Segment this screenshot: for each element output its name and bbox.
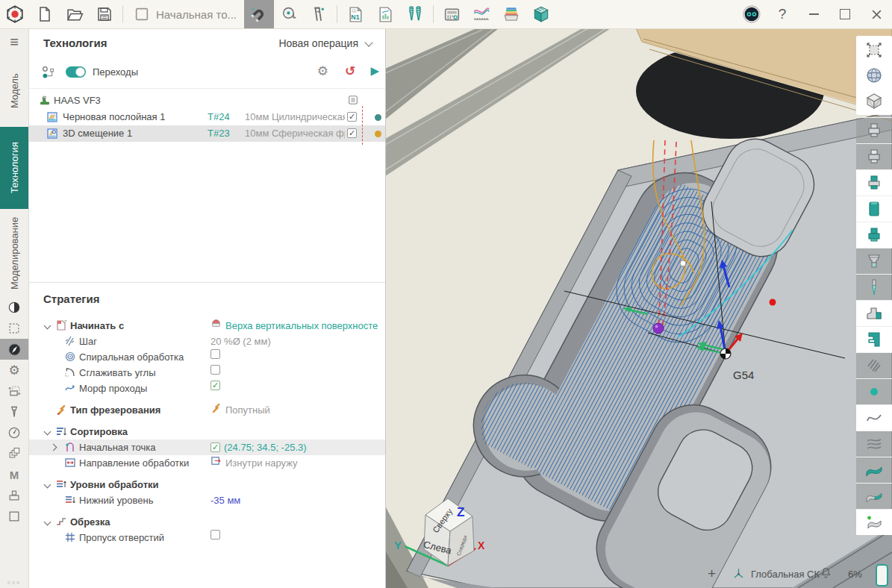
toolpath-hatch-button[interactable] [856,352,892,378]
tool-cylinder-button[interactable] [856,196,892,222]
transform-box-icon[interactable] [0,381,28,401]
curve-wave-button[interactable] [856,404,892,431]
point-dot-button[interactable] [856,378,892,404]
spiral-checkbox[interactable] [210,349,220,359]
operation-enabled-checkbox[interactable] [347,128,357,138]
step-value[interactable]: 20 %Ø (2 мм) [210,334,271,349]
document-tab[interactable]: Начальная то... [126,0,244,28]
add-wcs-icon[interactable]: + [708,566,716,582]
graphs-button[interactable] [467,0,496,28]
csys-label[interactable]: Глобальная СК [751,569,820,580]
operation-enabled-checkbox[interactable] [347,112,357,122]
collapse-caret-icon[interactable] [44,428,52,436]
navigator-compass-icon[interactable] [0,339,28,360]
recalculate-icon[interactable]: ↻ [345,63,355,79]
milling-type-value[interactable]: Попутный [225,402,270,418]
notifications-bell-icon[interactable] [820,566,832,581]
wcs-label: G54 [733,369,754,381]
collapse-caret-icon[interactable] [44,481,52,489]
collapse-caret-icon[interactable] [44,322,52,330]
save-project-button[interactable] [90,0,119,28]
operation-settings-icon[interactable]: ⚙ [317,63,328,79]
report-document-button[interactable] [370,0,400,28]
tool-taper-button[interactable] [856,248,892,274]
expand-caret-icon[interactable] [50,444,57,451]
press-setup-icon[interactable] [0,485,28,506]
magnet-snap-button[interactable] [244,0,274,28]
workpiece-circle-icon[interactable] [0,297,28,318]
maximize-button[interactable] [829,0,861,28]
tab-technology[interactable]: Технология [0,127,28,209]
morph-passes-checkbox[interactable] [210,381,220,390]
tool-drill-icon[interactable] [0,401,28,422]
group-levels[interactable]: Уровни обработки [28,477,385,492]
material-m-icon[interactable]: M [0,464,28,485]
tab-model[interactable]: Модель [0,55,28,127]
frame-square-icon[interactable] [0,506,28,527]
start-point-value[interactable]: (24.75; 34.5; -25.3) [224,440,307,455]
caliper-button[interactable] [304,0,334,28]
transitions-graph-icon[interactable] [40,64,57,83]
tool-holder-2-button[interactable] [856,143,892,169]
tool-library-button[interactable] [400,0,430,28]
viewport-3d[interactable]: G54 Сверху Слева Спереди Y Z X [385,28,892,588]
tree-operation-row-selected[interactable]: 3D смещение 1 T#23 10мм Сферическая фр [28,125,385,142]
param-lower-level[interactable]: Нижний уровень -35 мм [28,492,385,508]
material-box-button[interactable] [526,0,556,28]
tool-holder-teal-1-button[interactable] [856,169,892,196]
param-machining-direction[interactable]: Направление обработки Изнутри наружу [28,455,385,471]
run-simulation-icon[interactable]: ▶ [370,64,379,78]
param-morph-passes[interactable]: Морф проходы [28,381,385,396]
machine-head-button[interactable] [856,300,892,326]
machine-teal-button[interactable] [856,326,892,352]
measure-tape-button[interactable] [274,0,304,28]
new-operation-dropdown[interactable]: Новая операция [278,37,372,49]
direction-value[interactable]: Изнутри наружу [225,455,298,471]
param-start-from[interactable]: ? Начинать с Верха вертикальных поверхно… [28,318,385,334]
minimize-button[interactable] [798,0,829,28]
collapse-caret-icon[interactable] [44,519,52,526]
wireframe-view-button[interactable] [856,88,892,113]
param-step[interactable]: Шаг 20 %Ø (2 мм) [28,334,385,349]
calculator-button[interactable] [437,0,467,28]
group-trimming[interactable]: Обрезка [28,514,385,530]
coordinate-system-icon[interactable] [732,566,746,583]
transitions-toggle[interactable] [66,66,86,78]
drill-bit-button[interactable] [856,274,892,300]
waves-button[interactable] [856,431,892,457]
param-start-point[interactable]: Начальная точка (24.75; 34.5; -25.3) [28,440,385,455]
selection-frame-icon[interactable] [0,318,28,339]
param-skip-holes[interactable]: Пропуск отверстий [28,530,385,545]
param-milling-type[interactable]: Тип фрезерования Попутный [28,402,385,418]
gauge-icon[interactable] [0,422,28,443]
skip-holes-checkbox[interactable] [210,530,220,539]
shaded-view-button[interactable] [856,63,892,88]
gcode-n1-button[interactable]: N1 [340,0,370,28]
param-spiral[interactable]: Спиральная обработка [28,349,385,365]
fit-view-button[interactable] [856,37,892,63]
surface-half-button[interactable] [856,483,892,509]
tree-operation-row[interactable]: Черновая послойная 1 T#24 10мм Цилиндрич… [28,109,385,125]
tool-holder-1-button[interactable] [856,117,892,143]
more-dots-icon[interactable]: ○○○ [7,580,22,585]
surface-teal-button[interactable] [856,457,892,483]
help-button[interactable]: ? [767,0,798,28]
tool-holder-teal-2-button[interactable] [856,222,892,248]
lower-level-value[interactable]: -35 мм [210,492,240,508]
tree-machine-row[interactable]: HAAS VF3 [28,93,385,109]
param-smooth-corners[interactable]: Сглаживать углы [28,365,385,381]
layers-stack-button[interactable] [496,0,526,28]
group-sorting[interactable]: Сортировка [28,424,385,440]
new-document-button[interactable] [30,0,60,28]
tab-simulation[interactable]: Моделирование [0,209,28,297]
open-project-button[interactable] [60,0,90,28]
assistant-robot-button[interactable] [737,0,767,28]
hamburger-menu-icon[interactable]: ≡ [0,28,28,55]
flag-active-button[interactable] [856,509,892,535]
start-point-checkbox[interactable] [210,442,220,452]
close-button[interactable] [861,0,892,28]
smooth-corners-checkbox[interactable] [210,365,220,375]
layers-icon[interactable] [0,443,28,464]
start-from-value[interactable]: Верха вертикальных поверхносте [225,318,378,334]
settings-gear-icon[interactable]: ⚙ [0,360,28,381]
